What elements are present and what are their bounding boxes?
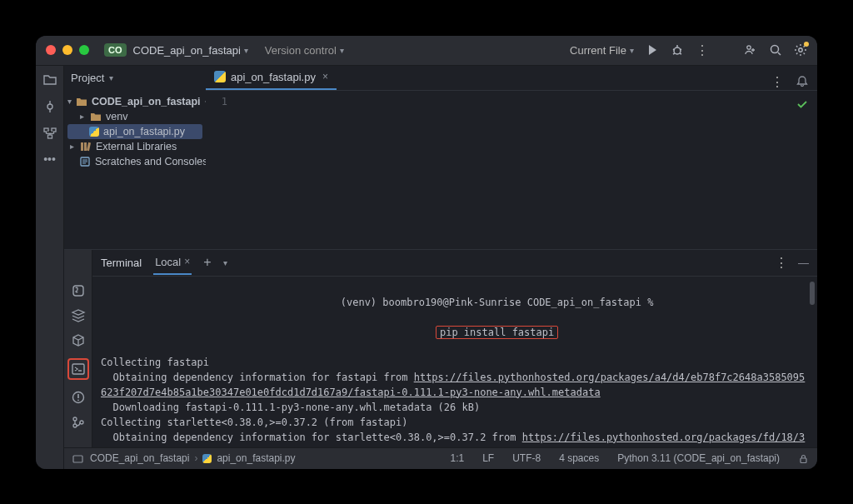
line-separator[interactable]: LF [482,452,494,464]
run-config-selector[interactable]: Current File ▾ [570,44,634,57]
svg-rect-10 [87,142,91,150]
terminal-tab-label: Local [155,256,181,268]
project-tool-header[interactable]: Project ▾ [64,66,206,91]
file-encoding[interactable]: UTF-8 [512,452,541,464]
lock-icon[interactable] [798,453,809,464]
terminal-line: Collecting fastapi [101,355,809,370]
terminal-tool-icon[interactable] [67,358,89,380]
project-selector[interactable]: CODE_api_on_fastapi ▾ [133,44,248,57]
chevron-down-icon: ▾ [244,46,248,55]
terminal-tabs: Terminal Local × + ▾ ⋮ — [92,250,817,277]
services-icon[interactable] [71,308,86,323]
commit-tool-icon[interactable] [42,99,57,114]
python-file-icon [214,71,226,82]
folder-icon [90,111,102,122]
terminal-tab-local[interactable]: Local × [153,251,192,275]
search-icon[interactable] [769,43,782,57]
project-tree[interactable]: ▾ CODE_api_on_fastapi ~/Do ▸ venv [64,91,206,249]
inspection-ok-icon[interactable] [796,97,809,111]
tree-root[interactable]: ▾ CODE_api_on_fastapi ~/Do [64,94,206,109]
editor-gutter: 1 [206,91,234,249]
terminal-output[interactable]: (venv) boombro190@Pink-Sunrise CODE_api_… [92,277,817,447]
svg-point-1 [747,46,751,49]
svg-point-15 [77,399,79,401]
svg-rect-8 [81,142,83,151]
project-tool-label: Project [71,72,104,84]
library-icon [80,141,92,152]
folder-icon [76,96,87,107]
code-editor[interactable]: 1 [206,91,817,249]
svg-rect-5 [44,128,48,132]
minimize-window-button[interactable] [62,45,72,55]
chevron-down-icon: ▾ [630,46,634,55]
chevron-right-icon: ▸ [67,142,76,151]
python-console-icon[interactable] [71,283,86,298]
folder-icon [72,453,83,464]
content-area: Project ▾ api_on_fastapi.py × ⋮ [64,66,817,469]
tree-root-name: CODE_api_on_fastapi [92,96,201,107]
breadcrumb-root: CODE_api_on_fastapi [90,452,189,464]
terminal-line: Collecting starlette<0.38.0,>=0.37.2 (fr… [101,415,809,430]
tree-scratches[interactable]: Scratches and Consoles [64,154,206,169]
scrollbar-thumb[interactable] [810,282,815,305]
svg-rect-9 [84,142,87,151]
close-window-button[interactable] [46,45,56,55]
ide-window: CO CODE_api_on_fastapi ▾ Version control… [36,36,817,469]
run-button[interactable] [646,43,659,57]
structure-tool-icon[interactable] [42,126,57,141]
project-tool-icon[interactable] [42,72,57,87]
version-control-label: Version control [265,44,337,57]
editor-tabs: api_on_fastapi.py × ⋮ [206,66,817,91]
run-config-label: Current File [570,44,626,57]
tree-venv[interactable]: ▸ venv [64,109,206,124]
terminal-panel: Terminal Local × + ▾ ⋮ — [64,249,817,447]
terminal-more-button[interactable]: ⋮ [775,255,788,271]
breadcrumb-separator: › [194,452,197,464]
editor-more-button[interactable]: ⋮ [771,74,784,90]
debug-button[interactable] [671,43,684,57]
svg-rect-7 [47,135,52,138]
svg-point-17 [73,424,77,427]
split-area: ▾ CODE_api_on_fastapi ~/Do ▸ venv [64,91,817,249]
version-control-tool-icon[interactable] [71,415,86,430]
terminal-prompt: (venv) boombro190@Pink-Sunrise CODE_api_… [341,297,654,308]
version-control-menu[interactable]: Version control ▾ [265,44,344,57]
breadcrumb[interactable]: CODE_api_on_fastapi › api_on_fastapi.py [90,452,296,464]
new-terminal-button[interactable]: + [203,255,211,270]
problems-icon[interactable] [71,390,86,405]
more-tools-icon[interactable]: ••• [43,152,56,166]
svg-point-3 [799,48,802,52]
breadcrumb-file: api_on_fastapi.py [217,452,295,464]
cursor-position[interactable]: 1:1 [450,452,464,464]
svg-point-2 [771,46,779,53]
tab-api-on-fastapi[interactable]: api_on_fastapi.py × [206,66,337,90]
tree-file-selected[interactable]: api_on_fastapi.py [67,124,202,139]
window-controls [46,45,89,55]
zoom-window-button[interactable] [79,45,89,55]
tree-item-label: External Libraries [96,141,177,152]
bottom-tool-rail [64,250,92,447]
more-actions-button[interactable]: ⋮ [696,42,709,58]
python-interpreter[interactable]: Python 3.11 (CODE_api_on_fastapi) [617,452,780,464]
code-with-me-icon[interactable] [744,43,757,57]
chevron-down-icon[interactable]: ▾ [223,258,227,267]
svg-point-0 [674,47,681,54]
svg-point-4 [47,104,52,109]
svg-rect-20 [801,458,806,463]
scratches-icon [79,156,91,167]
close-tab-button[interactable]: × [322,71,328,82]
terminal-title: Terminal [101,257,142,269]
chevron-right-icon: ▸ [77,112,86,121]
close-tab-button[interactable]: × [184,256,190,267]
python-file-icon [202,454,212,463]
python-file-icon [89,127,99,137]
tree-item-label: venv [106,111,127,122]
python-packages-icon[interactable] [71,333,86,348]
tree-external-libs[interactable]: ▸ External Libraries [64,139,206,154]
terminal-prompt-line: (venv) boombro190@Pink-Sunrise CODE_api_… [101,280,809,355]
hide-terminal-button[interactable]: — [798,257,809,269]
svg-rect-6 [52,128,56,132]
notifications-icon[interactable] [796,75,809,88]
settings-icon[interactable] [794,43,807,57]
indent-setting[interactable]: 4 spaces [559,452,599,464]
